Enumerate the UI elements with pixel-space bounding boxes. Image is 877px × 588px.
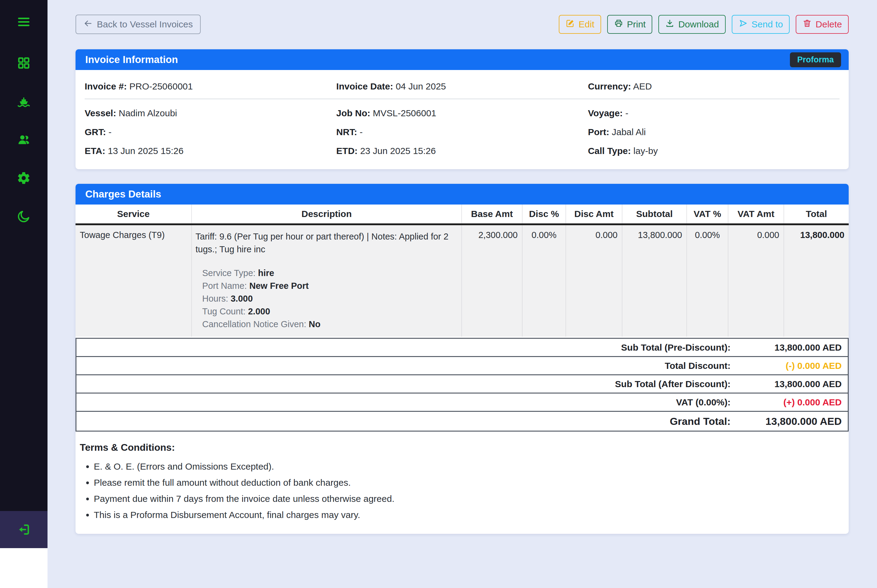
- charge-detail-lines: Service Type: hire Port Name: New Free P…: [202, 267, 452, 330]
- subtotal-after-discount-row: Sub Total (After Discount): 13,800.000 A…: [77, 375, 848, 393]
- col-disc-pct: Disc %: [522, 204, 566, 224]
- sidebar-nav: [0, 0, 48, 511]
- charges-details-card: Charges Details Service Description Base…: [75, 184, 849, 534]
- edit-button[interactable]: Edit: [559, 15, 601, 34]
- sidebar-item-dashboard[interactable]: [15, 55, 32, 72]
- ship-icon: [17, 94, 31, 110]
- field-nrt: NRT: -: [336, 127, 588, 138]
- print-button[interactable]: Print: [607, 15, 653, 34]
- sidebar-item-settings[interactable]: [15, 170, 32, 187]
- app-screen: Back to Vessel Invoices Edit Print Downl…: [0, 0, 877, 588]
- total-discount-label: Total Discount:: [665, 361, 731, 371]
- send-icon: [739, 19, 748, 30]
- terms-item: E. & O. E. (Errors and Omissions Excepte…: [94, 461, 842, 472]
- print-button-label: Print: [627, 19, 646, 30]
- vat-value: (+) 0.000 AED: [731, 397, 848, 408]
- field-eta: ETA: 13 Jun 2025 15:26: [85, 146, 336, 156]
- send-to-button[interactable]: Send to: [732, 15, 790, 34]
- field-invoice-date: Invoice Date: 04 Jun 2025: [336, 81, 588, 92]
- charges-details-title: Charges Details: [85, 188, 161, 200]
- invoice-information-title: Invoice Information: [85, 54, 178, 65]
- charges-table-header: Service Description Base Amt Disc % Disc…: [75, 204, 849, 225]
- info-divider: [85, 99, 839, 99]
- grand-total-label: Grand Total:: [670, 416, 731, 427]
- hamburger-icon: [17, 15, 31, 30]
- invoice-info-row: GRT: - NRT: - Port: Jabal Ali: [85, 127, 839, 138]
- invoice-information-card: Invoice Information Proforma Invoice #: …: [75, 49, 849, 169]
- field-call-type: Call Type: lay-by: [588, 146, 839, 156]
- invoice-information-header: Invoice Information Proforma: [75, 49, 849, 70]
- col-service: Service: [75, 204, 191, 224]
- send-to-button-label: Send to: [752, 19, 783, 30]
- proforma-status-badge: Proforma: [790, 52, 841, 67]
- sidebar-item-dark-mode[interactable]: [15, 208, 32, 225]
- charge-description-text: Tariff: 9.6 (Per Tug per hour or part th…: [195, 230, 452, 256]
- users-icon: [17, 133, 31, 148]
- sidebar-item-vessels[interactable]: [15, 93, 32, 111]
- invoice-info-row: Vessel: Nadim Alzoubi Job No: MVSL-25060…: [85, 108, 839, 119]
- grand-total-value: 13,800.000 AED: [731, 416, 848, 427]
- subtotal-pre-discount-value: 13,800.000 AED: [731, 342, 848, 353]
- gear-icon: [17, 171, 31, 186]
- cell-vat-amt: 0.000: [728, 225, 784, 337]
- detail-hours: Hours: 3.000: [202, 292, 452, 305]
- col-disc-amt: Disc Amt: [566, 204, 622, 224]
- terms-item: Payment due within 7 days from the invoi…: [94, 494, 842, 504]
- cell-disc-pct: 0.00%: [522, 225, 566, 337]
- edit-pencil-icon: [566, 19, 575, 30]
- grand-total-row: Grand Total: 13,800.000 AED: [77, 412, 848, 430]
- detail-service-type: Service Type: hire: [202, 267, 452, 279]
- field-invoice-number: Invoice #: PRO-25060001: [85, 81, 336, 92]
- subtotal-after-discount-label: Sub Total (After Discount):: [615, 379, 731, 389]
- col-description: Description: [191, 204, 461, 224]
- moon-icon: [17, 209, 31, 225]
- subtotal-pre-discount-label: Sub Total (Pre-Discount):: [621, 342, 731, 353]
- arrow-left-icon: [83, 19, 93, 30]
- terms-item: This is a Proforma Disbursement Account,…: [94, 510, 842, 520]
- field-grt: GRT: -: [85, 127, 336, 138]
- terms-item: Please remit the full amount without ded…: [94, 477, 842, 488]
- delete-button-label: Delete: [815, 19, 842, 30]
- sidebar-item-users[interactable]: [15, 132, 32, 149]
- detail-port-name: Port Name: New Free Port: [202, 279, 452, 292]
- cell-description: Tariff: 9.6 (Per Tug per hour or part th…: [191, 225, 461, 337]
- total-discount-value: (-) 0.000 AED: [731, 361, 848, 371]
- field-port: Port: Jabal Ali: [588, 127, 839, 138]
- vat-row: VAT (0.00%): (+) 0.000 AED: [77, 393, 848, 412]
- charge-table-row: Towage Charges (T9) Tariff: 9.6 (Per Tug…: [75, 225, 849, 337]
- terms-and-conditions: Terms & Conditions: E. & O. E. (Errors a…: [75, 432, 849, 534]
- col-base-amt: Base Amt: [461, 204, 522, 224]
- terms-list: E. & O. E. (Errors and Omissions Excepte…: [80, 461, 842, 520]
- sidebar: [0, 0, 48, 588]
- back-to-vessel-invoices-button[interactable]: Back to Vessel Invoices: [75, 15, 201, 34]
- invoice-info-row: ETA: 13 Jun 2025 15:26 ETD: 23 Jun 2025 …: [85, 146, 839, 156]
- vat-label: VAT (0.00%):: [676, 397, 731, 408]
- field-currency: Currency: AED: [588, 81, 839, 92]
- download-button[interactable]: Download: [658, 15, 725, 34]
- col-vat-amt: VAT Amt: [728, 204, 784, 224]
- field-job-no: Job No: MVSL-2506001: [336, 108, 588, 119]
- cell-subtotal: 13,800.000: [622, 225, 686, 337]
- field-voyage: Voyage: -: [588, 108, 839, 119]
- topbar: Back to Vessel Invoices Edit Print Downl…: [75, 15, 849, 34]
- field-etd: ETD: 23 Jun 2025 15:26: [336, 146, 588, 156]
- main-content: Back to Vessel Invoices Edit Print Downl…: [48, 0, 877, 588]
- col-subtotal: Subtotal: [622, 204, 686, 224]
- invoice-information-body: Invoice #: PRO-25060001 Invoice Date: 04…: [75, 70, 849, 169]
- logout-button[interactable]: [0, 511, 48, 548]
- menu-toggle-button[interactable]: [15, 14, 32, 31]
- cell-total: 13,800.000: [784, 225, 849, 337]
- edit-button-label: Edit: [578, 19, 595, 30]
- download-icon: [665, 19, 674, 30]
- cell-vat-pct: 0.00%: [686, 225, 728, 337]
- cell-disc-amt: 0.000: [566, 225, 622, 337]
- field-vessel: Vessel: Nadim Alzoubi: [85, 108, 336, 119]
- subtotal-pre-discount-row: Sub Total (Pre-Discount): 13,800.000 AED: [77, 339, 848, 357]
- trash-icon: [802, 19, 812, 30]
- col-total: Total: [784, 204, 849, 224]
- detail-cancellation-notice: Cancellation Notice Given: No: [202, 318, 452, 330]
- cell-service: Towage Charges (T9): [75, 225, 191, 337]
- totals-table: Sub Total (Pre-Discount): 13,800.000 AED…: [75, 338, 849, 432]
- delete-button[interactable]: Delete: [796, 15, 849, 34]
- total-discount-row: Total Discount: (-) 0.000 AED: [77, 357, 848, 375]
